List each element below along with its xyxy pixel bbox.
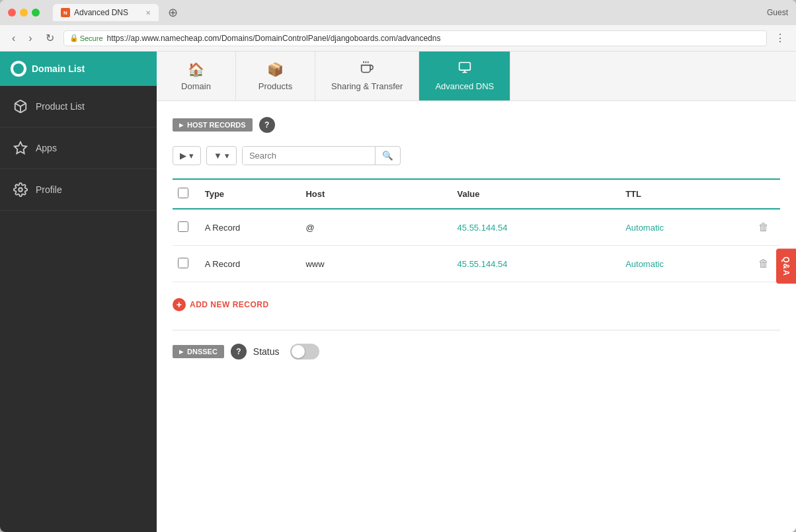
tab-sharing[interactable]: Sharing & Transfer [315,52,419,100]
sidebar-item-profile[interactable]: Profile [0,169,157,211]
row1-ttl: Automatic [620,209,746,246]
toggle-knob [292,345,305,358]
sidebar-label-product-list: Product List [36,101,85,112]
dnssec-header: DNSSEC ? Status [173,344,780,360]
sidebar-nav: Product List Apps [0,86,157,211]
row1-type: A Record [200,209,301,246]
select-all-checkbox[interactable] [178,188,188,198]
search-input[interactable] [243,147,375,165]
dnssec-label: DNSSEC [173,345,224,358]
sidebar-item-apps[interactable]: Apps [0,128,157,169]
header-host: Host [300,180,452,209]
new-tab-button[interactable]: ⊕ [164,4,182,21]
browser-tab[interactable]: N Advanced DNS ✕ [53,4,159,21]
titlebar: N Advanced DNS ✕ ⊕ Guest [0,0,796,25]
row2-type: A Record [200,246,301,282]
sidebar-item-product-list[interactable]: Product List [0,86,157,128]
filter-dropdown-icon: ▾ [225,151,229,161]
host-records-label: HOST RECORDS [173,118,253,132]
maximize-button[interactable] [32,9,40,17]
header-type: Type [200,180,301,209]
play-dropdown-icon: ▾ [189,151,194,161]
records-tbody: A Record @ 45.55.144.54 Automatic 🗑 [173,209,780,282]
diamond-icon [13,141,28,155]
search-button[interactable]: 🔍 [375,147,400,165]
sidebar: Domain List Product List [0,52,157,532]
row1-action: 🗑 [746,209,780,246]
dnssec-help-icon[interactable]: ? [231,344,247,360]
main-content: 🏠 Domain 📦 Products [157,52,796,532]
tab-advanced-dns-label: Advanced DNS [435,81,494,91]
add-record-label: ADD NEW RECORD [190,300,269,309]
app-body: Domain List Product List [0,52,796,532]
tab-domain-label: Domain [181,81,211,91]
content-area: HOST RECORDS ? ▶ ▾ ▼ ▾ 🔍 [157,101,796,532]
sidebar-logo [11,61,26,77]
secure-badge: 🔒 Secure [69,34,103,42]
play-button[interactable]: ▶ ▾ [173,146,201,165]
dnssec-toggle[interactable] [290,344,319,360]
row1-value: 45.55.144.54 [452,209,621,246]
tab-close-icon[interactable]: ✕ [145,9,151,17]
header-action [746,180,780,209]
play-icon: ▶ [180,151,186,161]
svg-point-2 [19,188,22,192]
transfer-icon [360,61,374,77]
host-records-help-icon[interactable]: ? [259,117,275,133]
sidebar-header: Domain List [0,52,157,86]
search-input-wrap[interactable]: 🔍 [242,146,401,165]
add-icon: + [173,298,186,311]
browser-toolbar: ‹ › ↻ 🔒 Secure https://ap.www.namecheap.… [0,25,796,52]
row2-ttl: Automatic [620,246,746,282]
svg-rect-6 [459,63,470,71]
tab-title: Advanced DNS [74,8,128,17]
tab-bar: N Advanced DNS ✕ ⊕ [53,4,182,21]
row2-checkbox[interactable] [178,258,188,268]
header-checkbox-col [173,180,200,209]
forward-button[interactable]: › [24,30,36,47]
tab-sharing-label: Sharing & Transfer [331,81,403,91]
row2-delete-button[interactable]: 🗑 [756,255,772,272]
add-new-record-button[interactable]: + ADD NEW RECORD [173,293,269,317]
host-records-header: HOST RECORDS ? [173,117,780,133]
tab-domain[interactable]: 🏠 Domain [157,52,236,100]
records-toolbar: ▶ ▾ ▼ ▾ 🔍 [173,146,780,165]
url-text: https://ap.www.namecheap.com/Domains/Dom… [107,34,441,43]
minimize-button[interactable] [20,9,28,17]
page-tabs: 🏠 Domain 📦 Products [157,52,796,101]
row1-checkbox-col [173,209,200,246]
tab-advanced-dns[interactable]: Advanced DNS [419,52,510,100]
filter-icon: ▼ [214,151,222,161]
header-ttl: TTL [620,180,746,209]
reload-button[interactable]: ↻ [42,29,58,47]
row2-value: 45.55.144.54 [452,246,621,282]
traffic-lights [8,9,40,17]
sidebar-title: Domain List [32,63,85,74]
row1-host: @ [300,209,452,246]
row1-delete-button[interactable]: 🗑 [756,219,772,236]
sidebar-label-profile: Profile [36,184,62,195]
sidebar-label-apps: Apps [36,143,57,153]
header-value: Value [452,180,621,209]
browser-menu-button[interactable]: ⋮ [772,29,788,47]
address-bar[interactable]: 🔒 Secure https://ap.www.namecheap.com/Do… [63,30,767,46]
dnssec-row: Status [253,344,319,360]
dns-icon [458,61,471,77]
table-row: A Record @ 45.55.144.54 Automatic 🗑 [173,209,780,246]
row2-host: www [300,246,452,282]
filter-button[interactable]: ▼ ▾ [206,146,237,165]
back-button[interactable]: ‹ [8,30,19,47]
section-divider [173,330,780,330]
qa-tab[interactable]: Q&A [776,248,796,284]
dnssec-status-label: Status [253,346,280,357]
table-row: A Record www 45.55.144.54 Automatic 🗑 [173,246,780,282]
svg-marker-1 [15,142,26,153]
tab-products-label: Products [259,81,292,91]
row1-checkbox[interactable] [178,221,188,232]
close-button[interactable] [8,9,16,17]
tab-favicon: N [61,8,70,17]
tab-products[interactable]: 📦 Products [236,52,315,100]
package-icon: 📦 [267,61,284,77]
guest-label: Guest [767,8,788,17]
home-icon: 🏠 [188,61,204,77]
